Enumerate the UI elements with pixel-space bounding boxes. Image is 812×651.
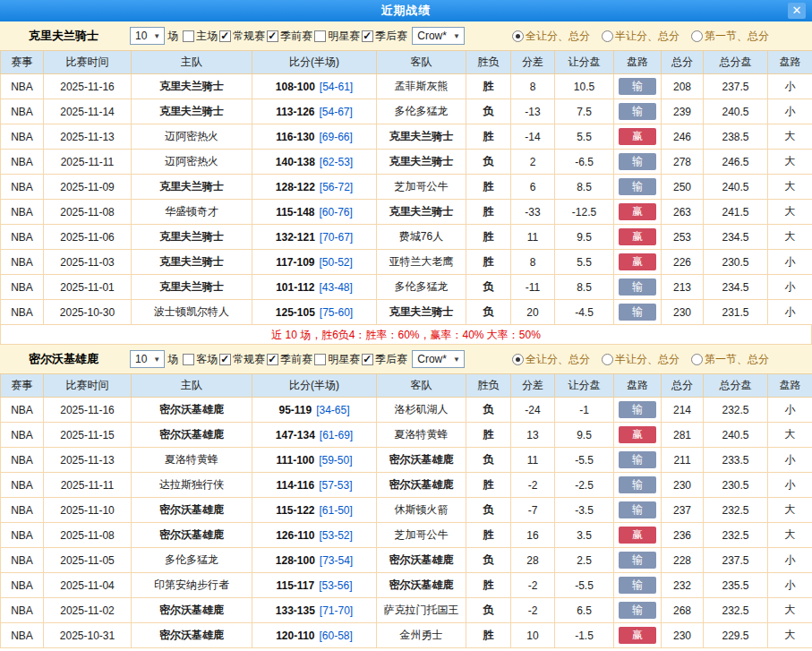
home-team-cell: 克里夫兰骑士 xyxy=(132,74,252,99)
column-header-league: 赛事 xyxy=(1,374,44,398)
checkbox-input[interactable] xyxy=(314,30,326,42)
handicap-cell: 8.5 xyxy=(555,275,614,300)
radio-input[interactable] xyxy=(602,354,613,365)
checkbox-input[interactable] xyxy=(183,30,194,42)
result-cell: 胜 xyxy=(466,523,511,548)
checkbox-input[interactable] xyxy=(362,30,373,42)
filter-checkbox[interactable]: 明星赛 xyxy=(314,352,360,367)
close-icon[interactable]: ✕ xyxy=(788,3,806,19)
handicap-trend-cell: 输 xyxy=(614,398,662,423)
score-cell: 116-130[69-66] xyxy=(252,124,377,150)
handicap-cell: 8.5 xyxy=(555,175,614,200)
checkbox-input[interactable] xyxy=(267,30,278,42)
odds-type-radio[interactable]: 半让分、总分 xyxy=(602,29,680,44)
checkbox-input[interactable] xyxy=(183,354,194,365)
handicap-cell: -5.5 xyxy=(555,448,614,473)
game-row: NBA2025-10-31密尔沃基雄鹿120-110[60-58]金州勇士胜10… xyxy=(1,623,812,648)
checkbox-input[interactable] xyxy=(219,30,231,42)
handicap-result-badge: 输 xyxy=(619,401,656,418)
games-table: 赛事比赛时间主队比分(半场)客队胜负分差让分盘盘路总分总分盘盘路 NBA2025… xyxy=(0,50,812,325)
handicap-cell: 5.5 xyxy=(555,124,614,150)
league-cell: NBA xyxy=(1,448,44,473)
handicap-cell: 9.5 xyxy=(555,225,614,250)
bookmaker-select[interactable]: Crow* ▼ xyxy=(412,350,465,368)
score-cell: 128-100[73-54] xyxy=(252,548,377,573)
filter-checkbox[interactable]: 常规赛 xyxy=(219,352,265,367)
filter-checkbox[interactable]: 客场 xyxy=(183,352,218,367)
games-count-select[interactable]: 10 ▼ xyxy=(130,27,165,45)
half-score: [60-76] xyxy=(320,206,353,218)
checkbox-label: 明星赛 xyxy=(328,29,360,44)
odds-type-radio[interactable]: 第一节、总分 xyxy=(691,352,769,367)
games-count-select[interactable]: 10 ▼ xyxy=(130,350,165,368)
away-team-cell: 费城76人 xyxy=(377,225,466,250)
away-team-cell: 萨克拉门托国王 xyxy=(377,598,466,623)
total-cell: 237 xyxy=(662,498,704,523)
filter-checkbox[interactable]: 季后赛 xyxy=(362,352,407,367)
checkbox-label: 主场 xyxy=(196,29,218,44)
chevron-down-icon: ▼ xyxy=(153,32,160,40)
away-team-cell: 密尔沃基雄鹿 xyxy=(377,573,466,598)
filter-checkbox-group: 主场常规赛季前赛明星赛季后赛 xyxy=(183,29,409,44)
diff-cell: -2 xyxy=(511,573,555,598)
total-cell: 250 xyxy=(662,175,704,200)
away-team-cell: 洛杉矶湖人 xyxy=(377,398,466,423)
filter-checkbox[interactable]: 季后赛 xyxy=(362,29,407,44)
total-cell: 208 xyxy=(662,74,704,99)
filter-checkbox[interactable]: 主场 xyxy=(183,29,218,44)
radio-input[interactable] xyxy=(602,30,613,42)
handicap-cell: 9.5 xyxy=(555,423,614,448)
handicap-trend-cell: 输 xyxy=(614,598,662,623)
diff-cell: 20 xyxy=(511,300,555,325)
date-cell: 2025-11-15 xyxy=(44,423,132,448)
checkbox-label: 季后赛 xyxy=(375,352,407,367)
half-score: [54-61] xyxy=(320,81,353,93)
filter-checkbox[interactable]: 季前赛 xyxy=(267,29,312,44)
filter-checkbox[interactable]: 明星赛 xyxy=(314,29,360,44)
filter-checkbox[interactable]: 季前赛 xyxy=(267,352,312,367)
handicap-cell: 2.5 xyxy=(555,548,614,573)
odds-type-radio[interactable]: 半让分、总分 xyxy=(602,352,680,367)
score-cell: 126-110[53-52] xyxy=(252,523,377,548)
handicap-trend-cell: 输 xyxy=(614,74,662,99)
handicap-cell: -5.5 xyxy=(555,573,614,598)
ou-trend-cell: 大 xyxy=(768,175,812,200)
radio-label: 第一节、总分 xyxy=(705,352,769,367)
game-row: NBA2025-11-05多伦多猛龙128-100[73-54]密尔沃基雄鹿负2… xyxy=(1,548,812,573)
result-cell: 负 xyxy=(466,498,511,523)
radio-input[interactable] xyxy=(691,30,703,42)
radio-input[interactable] xyxy=(691,354,703,365)
game-row: NBA2025-11-10密尔沃基雄鹿115-122[61-50]休斯顿火箭负-… xyxy=(1,498,812,523)
checkbox-input[interactable] xyxy=(362,354,373,365)
radio-input[interactable] xyxy=(512,30,524,42)
odds-type-radio[interactable]: 第一节、总分 xyxy=(691,29,769,44)
odds-type-radio[interactable]: 全让分、总分 xyxy=(512,29,590,44)
total-line-cell: 233.5 xyxy=(704,448,768,473)
away-team-cell: 克里夫兰骑士 xyxy=(377,300,466,325)
game-row: NBA2025-11-13迈阿密热火116-130[69-66]克里夫兰骑士胜-… xyxy=(1,124,812,150)
filter-checkbox[interactable]: 常规赛 xyxy=(219,29,265,44)
league-cell: NBA xyxy=(1,523,44,548)
checkbox-input[interactable] xyxy=(219,354,231,365)
checkbox-input[interactable] xyxy=(267,354,278,365)
checkbox-input[interactable] xyxy=(314,354,326,365)
bookmaker-select[interactable]: Crow* ▼ xyxy=(412,27,465,45)
half-score: [61-50] xyxy=(320,504,353,517)
total-line-cell: 232.5 xyxy=(704,523,768,548)
home-team-cell: 多伦多猛龙 xyxy=(132,548,252,573)
odds-type-radio[interactable]: 全让分、总分 xyxy=(512,352,590,367)
handicap-result-badge: 赢 xyxy=(619,527,656,544)
total-cell: 232 xyxy=(662,573,704,598)
home-team-cell: 达拉斯独行侠 xyxy=(132,473,252,498)
team-name: 克里夫兰骑士 xyxy=(29,28,127,44)
ou-trend-cell: 大 xyxy=(768,200,812,225)
handicap-trend-cell: 输 xyxy=(614,548,662,573)
radio-input[interactable] xyxy=(512,354,524,365)
total-line-cell: 232.5 xyxy=(704,598,768,623)
column-header-league: 赛事 xyxy=(1,51,44,74)
game-row: NBA2025-11-04印第安纳步行者115-117[53-56]密尔沃基雄鹿… xyxy=(1,573,812,598)
game-row: NBA2025-11-02密尔沃基雄鹿133-135[71-70]萨克拉门托国王… xyxy=(1,598,812,623)
full-score: 128-122 xyxy=(276,181,315,193)
column-header-home-team: 主队 xyxy=(132,51,252,74)
result-cell: 负 xyxy=(466,598,511,623)
